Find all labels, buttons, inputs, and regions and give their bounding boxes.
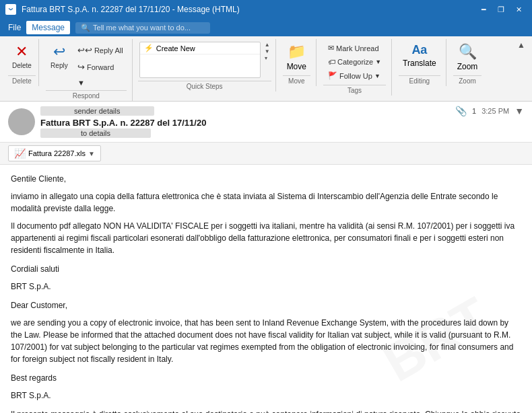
best-regards: Best regards bbox=[11, 372, 521, 384]
delete-group-label: Delete bbox=[8, 75, 36, 85]
zoom-button[interactable]: 🔍 Zoom bbox=[453, 40, 482, 74]
respond-group-label: Respond bbox=[46, 90, 127, 100]
translate-button[interactable]: Aa Translate bbox=[399, 40, 440, 71]
expand-email-button[interactable]: ▼ bbox=[514, 106, 524, 116]
follow-up-dropdown-icon: ▼ bbox=[374, 73, 380, 79]
delete-buttons: ✕ Delete bbox=[8, 40, 36, 74]
body-paragraph-4: Best regards BRT S.p.A. bbox=[11, 372, 521, 402]
qs-arrows: ▲ ▼ ▾ bbox=[263, 40, 271, 63]
body-paragraph-1: Gentile Cliente, inviamo in allegato una… bbox=[11, 173, 521, 256]
quick-steps-buttons: ⚡ Create New ▲ ▼ ▾ bbox=[138, 40, 271, 79]
window-title: Fattura BRT S.p.A. n. 22287 del 17/11/20… bbox=[22, 5, 240, 14]
attachment-filename: Fattura 22287.xls bbox=[28, 149, 86, 157]
sender-row: sender details 📎 1 3:25 PM ▼ bbox=[40, 106, 524, 116]
xls-icon: 📈 bbox=[14, 148, 26, 159]
collapse-ribbon-button[interactable]: ▲ bbox=[516, 39, 527, 51]
collapse-ribbon-icon: ▲ bbox=[517, 40, 525, 50]
more-respond-button[interactable]: ▼ bbox=[74, 77, 127, 89]
brt-spa-en: BRT S.p.A. bbox=[11, 389, 521, 402]
mark-unread-label: Mark Unread bbox=[336, 44, 379, 52]
ribbon-group-respond: ↩ Reply ↩↩ Reply All ↪ Forward ▼ Respond bbox=[40, 39, 133, 101]
quick-steps-group-label: Quick Steps bbox=[138, 81, 271, 90]
email-to: to details bbox=[40, 128, 151, 138]
delete-button[interactable]: ✕ Delete bbox=[8, 40, 36, 72]
reply-button[interactable]: ↩ Reply bbox=[46, 40, 73, 72]
zoom-label: Zoom bbox=[457, 62, 478, 71]
more-respond-icon: ▼ bbox=[77, 79, 85, 87]
create-new-label: Create New bbox=[156, 44, 195, 52]
reply-all-icon: ↩↩ bbox=[77, 45, 92, 55]
follow-up-icon: 🚩 bbox=[328, 71, 337, 80]
editing-group-label: Editing bbox=[399, 75, 440, 85]
mark-unread-button[interactable]: ✉ Mark Unread bbox=[325, 42, 385, 54]
header-right: 📎 1 3:25 PM ▼ bbox=[455, 106, 524, 116]
forward-label: Forward bbox=[87, 63, 114, 71]
reply-label: Reply bbox=[51, 62, 68, 69]
ribbon: ✕ Delete Delete ↩ Reply ↩↩ Reply All ↪ F… bbox=[0, 36, 532, 102]
svg-rect-0 bbox=[8, 7, 14, 13]
body-paragraph-5: Il presente messaggio è diretto esclusiv… bbox=[11, 408, 521, 413]
create-new-step[interactable]: ⚡ Create New bbox=[140, 42, 260, 54]
ribbon-group-move: 📁 Move Move bbox=[277, 39, 317, 86]
menu-bar: File Message 🔍 Tell me what you want to … bbox=[0, 19, 532, 36]
email-meta: sender details 📎 1 3:25 PM ▼ Fattura BRT… bbox=[40, 106, 524, 138]
respond-buttons: ↩ Reply ↩↩ Reply All ↪ Forward ▼ bbox=[46, 40, 127, 89]
close-button[interactable]: ✕ bbox=[510, 3, 527, 16]
forward-icon: ↪ bbox=[77, 62, 85, 72]
lightning-icon: ⚡ bbox=[144, 44, 154, 52]
email-body: BRT Gentile Cliente, inviamo in allegato… bbox=[0, 165, 532, 413]
brt-spa-it: BRT S.p.A. bbox=[11, 280, 521, 293]
zoom-buttons: 🔍 Zoom bbox=[453, 40, 482, 74]
title-bar-left: Fattura BRT S.p.A. n. 22287 del 17/11/20… bbox=[5, 4, 240, 15]
greeting-english: Dear Customer, bbox=[11, 299, 521, 311]
menu-message[interactable]: Message bbox=[26, 21, 70, 34]
mark-unread-icon: ✉ bbox=[328, 44, 334, 52]
search-icon: 🔍 bbox=[81, 24, 90, 32]
move-button[interactable]: 📁 Move bbox=[283, 40, 310, 74]
attachment-bar: 📈 Fattura 22287.xls ▼ bbox=[0, 143, 532, 165]
qs-expand-arrow[interactable]: ▾ bbox=[265, 55, 270, 61]
zoom-icon: 🔍 bbox=[459, 43, 477, 61]
menu-file[interactable]: File bbox=[3, 21, 26, 34]
qs-down-arrow[interactable]: ▼ bbox=[265, 48, 270, 54]
tell-me-label: Tell me what you want to do... bbox=[93, 24, 191, 32]
body-paragraph-3: Dear Customer, we are sending you a copy… bbox=[11, 299, 521, 365]
reply-all-button[interactable]: ↩↩ Reply All bbox=[74, 43, 127, 57]
attachment-count: 1 bbox=[472, 107, 476, 115]
ribbon-group-tags: ✉ Mark Unread 🏷 Categorize ▼ 🚩 Follow Up… bbox=[318, 39, 392, 96]
follow-up-button[interactable]: 🚩 Follow Up ▼ bbox=[325, 69, 385, 82]
ribbon-group-delete: ✕ Delete Delete bbox=[5, 39, 39, 86]
email-time: 3:25 PM bbox=[481, 107, 509, 115]
attachment-item[interactable]: 📈 Fattura 22287.xls ▼ bbox=[8, 145, 101, 161]
quick-steps-box: ⚡ Create New bbox=[139, 42, 261, 78]
body-line-2: inviamo in allegato una copia della fatt… bbox=[11, 190, 521, 215]
reply-icon: ↩ bbox=[53, 43, 65, 61]
categorize-button[interactable]: 🏷 Categorize ▼ bbox=[325, 56, 385, 68]
cordiali-saluti: Cordiali saluti bbox=[11, 263, 521, 275]
ribbon-group-editing: Aa Translate Editing bbox=[393, 39, 446, 86]
body-english-1: we are sending you a copy of electronic … bbox=[11, 317, 521, 365]
greeting-italian: Gentile Cliente, bbox=[11, 173, 521, 185]
follow-up-label: Follow Up bbox=[339, 72, 372, 80]
restore-button[interactable]: ❐ bbox=[493, 3, 509, 16]
disclaimer-italian: Il presente messaggio è diretto esclusiv… bbox=[11, 408, 521, 413]
minimize-button[interactable]: ━ bbox=[475, 3, 492, 16]
categorize-icon: 🏷 bbox=[328, 58, 335, 66]
move-buttons: 📁 Move bbox=[283, 40, 310, 74]
forward-button[interactable]: ↪ Forward bbox=[74, 60, 127, 74]
body-line-3: Il documento pdf allegato NON HA VALIDIT… bbox=[11, 220, 521, 256]
body-paragraph-2: Cordiali saluti BRT S.p.A. bbox=[11, 263, 521, 293]
categorize-label: Categorize bbox=[337, 58, 373, 66]
sender-email: sender details bbox=[40, 106, 154, 116]
tell-me-search[interactable]: 🔍 Tell me what you want to do... bbox=[75, 22, 210, 34]
ribbon-group-quick-steps: ⚡ Create New ▲ ▼ ▾ Quick Steps bbox=[134, 39, 276, 91]
delete-icon: ✕ bbox=[15, 43, 28, 61]
sender-avatar bbox=[8, 108, 35, 135]
window-controls: ━ ❐ ✕ bbox=[475, 3, 527, 16]
move-group-label: Move bbox=[283, 75, 310, 85]
qs-up-arrow[interactable]: ▲ bbox=[265, 42, 270, 48]
email-subject: Fattura BRT S.p.A. n. 22287 del 17/11/20 bbox=[40, 118, 524, 128]
ribbon-group-zoom: 🔍 Zoom Zoom bbox=[448, 39, 488, 86]
email-header: sender details 📎 1 3:25 PM ▼ Fattura BRT… bbox=[0, 102, 532, 143]
attachment-dropdown-icon[interactable]: ▼ bbox=[88, 150, 95, 157]
